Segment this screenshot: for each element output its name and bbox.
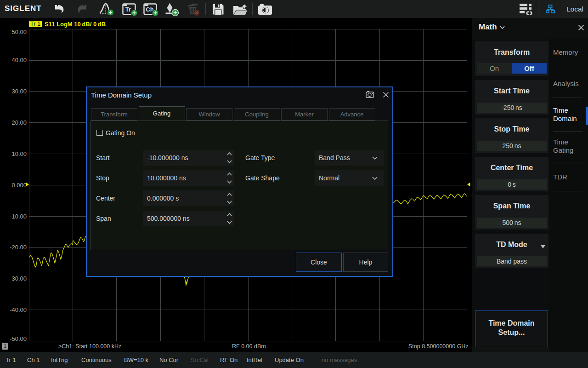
svg-text:0.000: 0.000 [11,182,27,189]
svg-text:30.00: 30.00 [11,88,27,95]
svg-text:-10.00: -10.00 [10,213,27,220]
svg-text:10.00: 10.00 [11,150,27,157]
svg-text:50.00: 50.00 [11,29,27,35]
svg-text:-40.00: -40.00 [10,306,27,313]
svg-text:-50.00: -50.00 [10,335,27,342]
svg-text:20.00: 20.00 [11,119,27,126]
svg-text:-30.00: -30.00 [10,275,27,282]
svg-text:-20.00: -20.00 [10,244,27,251]
svg-text:Tr: Tr [125,6,131,13]
svg-text:40.00: 40.00 [11,57,27,63]
